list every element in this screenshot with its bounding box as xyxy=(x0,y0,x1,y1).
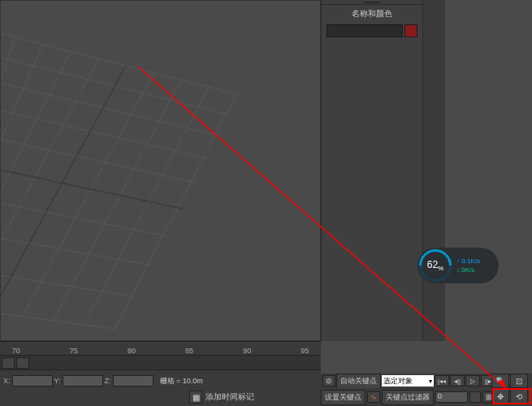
timeline-track[interactable] xyxy=(0,356,321,370)
tick: 85 xyxy=(185,347,193,355)
command-panel: 名称和颜色 xyxy=(321,0,422,341)
svg-line-6 xyxy=(1,197,168,236)
y-input[interactable] xyxy=(63,375,103,387)
track-mode-button-1[interactable] xyxy=(2,357,15,369)
svg-line-16 xyxy=(1,52,71,257)
svg-line-8 xyxy=(1,270,134,296)
auto-key-button[interactable]: 自动关键点 xyxy=(336,374,381,389)
y-label: Y: xyxy=(54,377,61,385)
object-color-swatch[interactable] xyxy=(404,24,417,37)
track-mode-button-2[interactable] xyxy=(16,357,29,369)
speed-percent: 62% xyxy=(427,259,443,272)
pan-button[interactable]: ✥ xyxy=(491,389,509,404)
viewport-nav-cluster: 🔍 ⊡ ✥ ⟲ xyxy=(491,374,530,404)
perspective-grid xyxy=(1,1,320,340)
x-label: X: xyxy=(3,377,11,385)
svg-line-11 xyxy=(84,87,209,326)
goto-start-button[interactable]: |◂◂ xyxy=(435,375,449,387)
svg-line-4 xyxy=(1,132,196,183)
zoom-button[interactable]: 🔍 xyxy=(491,374,509,388)
prev-frame-button[interactable]: ◂|| xyxy=(450,375,465,387)
svg-line-17 xyxy=(1,45,43,212)
svg-line-7 xyxy=(1,232,152,266)
tick: 75 xyxy=(70,347,78,355)
viewport[interactable] xyxy=(0,0,321,341)
svg-line-14 xyxy=(1,66,126,313)
zoom-all-button[interactable]: ⊡ xyxy=(510,374,528,388)
selection-dropdown[interactable]: 选定对象 xyxy=(382,375,434,387)
timeline[interactable]: 70 75 80 85 90 95 xyxy=(0,341,321,374)
panel-tab-strip[interactable] xyxy=(422,0,445,341)
z-label: Z: xyxy=(105,377,111,385)
key-filters-button[interactable]: 关键点过滤器 xyxy=(382,390,434,405)
svg-line-18 xyxy=(1,38,15,167)
svg-line-19 xyxy=(1,163,183,209)
script-listener-icon[interactable]: ▦ xyxy=(189,391,202,404)
set-key-button[interactable]: 设置关键点 xyxy=(321,390,365,405)
name-color-header: 名称和颜色 xyxy=(322,5,422,23)
x-input[interactable] xyxy=(12,375,53,387)
svg-line-3 xyxy=(1,103,208,158)
object-name-input[interactable] xyxy=(327,24,403,37)
current-frame-input[interactable]: 0 xyxy=(435,391,468,403)
tick: 70 xyxy=(12,347,20,355)
play-button[interactable]: ▷ xyxy=(465,375,480,387)
tick: 80 xyxy=(128,347,136,355)
svg-line-20 xyxy=(1,66,126,313)
svg-line-1 xyxy=(1,50,228,114)
upload-speed: ↑ 0.1K/s xyxy=(456,257,480,266)
coordinate-bar: X: Y: Z: 栅格 = 10.0m xyxy=(0,374,321,388)
tick: 95 xyxy=(301,347,309,355)
network-speed-widget: 62% ↑ 0.1K/s ↓ 0K/s xyxy=(417,248,499,283)
svg-line-12 xyxy=(53,80,181,322)
z-input[interactable] xyxy=(113,375,154,387)
svg-line-10 xyxy=(115,94,236,329)
key-lock-icon[interactable]: ⊘ xyxy=(322,375,335,387)
frame-spinner[interactable] xyxy=(469,391,481,403)
download-speed: ↓ 0K/s xyxy=(456,266,480,274)
svg-line-5 xyxy=(1,163,183,209)
viewport-extra-area xyxy=(445,0,532,341)
key-curve-icon[interactable]: ∿ xyxy=(367,391,380,403)
tick: 90 xyxy=(243,347,251,355)
timeline-ruler[interactable]: 70 75 80 85 90 95 xyxy=(0,341,321,356)
add-time-tag-label[interactable]: 添加时间标记 xyxy=(205,391,254,403)
orbit-button[interactable]: ⟲ xyxy=(510,389,528,404)
grid-size-label: 栅格 = 10.0m xyxy=(160,376,203,387)
